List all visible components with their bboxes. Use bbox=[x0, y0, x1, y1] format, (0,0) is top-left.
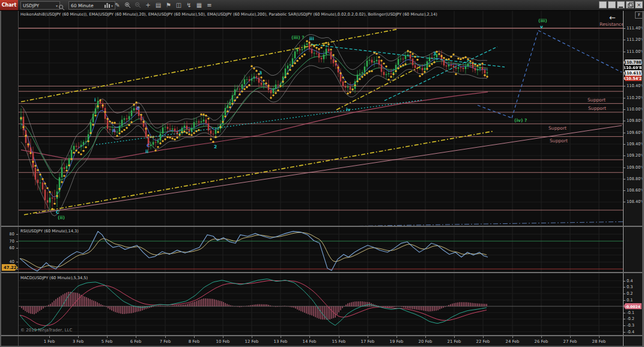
minimize-button[interactable] bbox=[617, 1, 625, 8]
price-axis-tick-label: 109.00'0 bbox=[627, 165, 644, 170]
channel-upper bbox=[21, 29, 396, 102]
date-axis-tick bbox=[483, 336, 484, 338]
support-label: Support bbox=[588, 97, 606, 103]
date-axis-label: 10 Feb bbox=[213, 339, 233, 344]
window-menu-chart-badge[interactable]: Chart bbox=[0, 0, 18, 10]
bar-chart-icon[interactable] bbox=[102, 1, 112, 10]
date-axis-tick bbox=[194, 336, 195, 338]
rsi-axis-tick bbox=[16, 241, 18, 242]
date-axis-tick bbox=[425, 336, 426, 338]
macd-axis-tick bbox=[624, 287, 625, 288]
date-axis-label: 22 Feb bbox=[473, 339, 493, 344]
price-axis-tick-label: 109.80'0 bbox=[627, 118, 644, 123]
price-marker-tag: 110.54'2 bbox=[624, 76, 642, 81]
search-icon[interactable] bbox=[58, 2, 66, 8]
wave-label: 2 bbox=[214, 144, 217, 149]
chart-window: Chart USDJPY ▾ 60 Minute ▾ ✎+▤⚑◫↯▦≡ × Re… bbox=[0, 0, 644, 347]
date-axis-label: 6 Feb bbox=[126, 339, 146, 344]
date-axis-tick bbox=[165, 336, 166, 338]
rsi-axis-tick-label: 60 bbox=[0, 246, 14, 250]
panel-splitter[interactable] bbox=[0, 335, 644, 336]
macd-axis-tick-label: -0.3 bbox=[627, 323, 634, 328]
rsi-axis-tick bbox=[16, 269, 18, 270]
rsi-axis-tick bbox=[16, 248, 18, 249]
date-axis-tick bbox=[78, 336, 79, 338]
macd-axis-tick bbox=[624, 332, 625, 333]
date-axis-label: 13 Feb bbox=[270, 339, 291, 344]
date-axis-label: 28 Feb bbox=[589, 339, 609, 344]
price-axis-tick bbox=[624, 52, 625, 52]
rsi-axis-tick bbox=[16, 234, 18, 235]
date-axis-tick bbox=[281, 336, 281, 338]
date-axis-label: 8 Feb bbox=[184, 339, 204, 344]
wave-label: 3 bbox=[259, 70, 262, 76]
copyright-text: © 2019 NinjaTrader, LLC bbox=[20, 328, 72, 333]
price-axis-tick bbox=[624, 28, 625, 29]
interval-value: 60 Minute bbox=[71, 3, 94, 8]
zoom-in-icon[interactable] bbox=[123, 1, 133, 10]
resistance-label: Resistance bbox=[600, 22, 623, 27]
window-border bbox=[0, 10, 1, 347]
macd-axis-tick bbox=[624, 294, 625, 294]
panel-splitter[interactable] bbox=[0, 226, 644, 227]
grid-icon[interactable]: ▦ bbox=[194, 1, 204, 10]
date-axis-tick bbox=[49, 336, 50, 338]
date-axis-label: 14 Feb bbox=[299, 339, 320, 344]
data-box-icon[interactable]: ▤ bbox=[153, 1, 163, 10]
macd-panel[interactable] bbox=[18, 273, 623, 336]
price-axis-tick-label: 109.60'0 bbox=[627, 130, 644, 135]
wave-label: (iv) ? bbox=[514, 118, 527, 123]
crosshair-icon[interactable]: + bbox=[143, 1, 153, 10]
rsi-value-axis[interactable]: 47.22 8070604030 bbox=[0, 10, 19, 347]
date-axis-label: 17 Feb bbox=[357, 339, 378, 344]
price-panel[interactable]: ResistanceSupportSupportSupportSupportC(… bbox=[18, 10, 623, 227]
alert-flag-icon[interactable]: ⚑ bbox=[163, 1, 174, 10]
wave-label: (ii) bbox=[58, 215, 65, 220]
indicator-zigzag-icon[interactable]: ↯ bbox=[184, 1, 194, 10]
titlebar[interactable]: Chart USDJPY ▾ 60 Minute ▾ ✎+▤⚑◫↯▦≡ × bbox=[0, 0, 644, 11]
restore-button[interactable] bbox=[626, 1, 634, 8]
go-to-latest-arrow-icon[interactable]: ← bbox=[609, 13, 616, 22]
macd-histogram bbox=[19, 292, 487, 320]
wave-label: i bbox=[94, 97, 96, 103]
rsi-line bbox=[20, 231, 488, 271]
macd-axis-tick-label: 0.2 bbox=[627, 291, 633, 296]
date-axis-label: 12 Feb bbox=[242, 339, 262, 344]
panel-splitter[interactable] bbox=[0, 272, 644, 273]
date-axis-tick bbox=[454, 336, 455, 338]
toolbar-button-2[interactable] bbox=[608, 1, 616, 8]
chart-toolbar: ✎+▤⚑◫↯▦≡ bbox=[102, 1, 214, 10]
wave-label: C bbox=[147, 143, 150, 148]
horizontal-gridlines bbox=[18, 28, 623, 202]
price-axis-tick bbox=[624, 121, 625, 121]
rsi-indicator-label: RSI(USDJPY (60 Minute),14,3) bbox=[20, 229, 79, 234]
pink-rising-trendline bbox=[36, 125, 622, 214]
price-axis-tick-label: 111.00'0 bbox=[627, 49, 644, 54]
date-axis-tick bbox=[396, 336, 397, 338]
support-label: Support bbox=[588, 106, 606, 111]
date-axis-tick bbox=[223, 336, 223, 338]
close-button[interactable]: × bbox=[635, 1, 643, 8]
price-axis-tick bbox=[624, 133, 625, 133]
chevron-down-icon: ▾ bbox=[52, 4, 58, 8]
date-axis-tick bbox=[252, 336, 252, 338]
zoom-out-icon[interactable] bbox=[133, 1, 143, 10]
macd-axis-tick-label: -0.4 bbox=[627, 330, 634, 334]
wave-label: (iii) ? bbox=[291, 35, 305, 40]
macd-axis-tick-label: 0.3 bbox=[627, 285, 633, 289]
wave-label: C bbox=[56, 210, 59, 215]
vertical-gridlines bbox=[49, 273, 599, 336]
rsi-panel[interactable] bbox=[18, 227, 623, 273]
pencil-icon[interactable]: ✎ bbox=[112, 1, 123, 10]
properties-list-icon[interactable]: ≡ bbox=[204, 1, 214, 10]
instrument-select[interactable]: USDJPY ▾ bbox=[20, 1, 60, 10]
macd-axis-tick-label: 0.4 bbox=[627, 279, 633, 283]
date-axis-tick bbox=[136, 336, 136, 338]
price-axis-tick bbox=[624, 98, 625, 98]
toolbar-button-1[interactable] bbox=[599, 1, 607, 8]
snapshot-icon[interactable]: ◫ bbox=[174, 1, 184, 10]
rsi-value-tag: 47.22 bbox=[2, 264, 18, 271]
cyan-resistance-dashed bbox=[311, 44, 505, 67]
date-axis-tick bbox=[570, 336, 571, 338]
macd-axis-tick-label: -0.2 bbox=[627, 316, 634, 321]
